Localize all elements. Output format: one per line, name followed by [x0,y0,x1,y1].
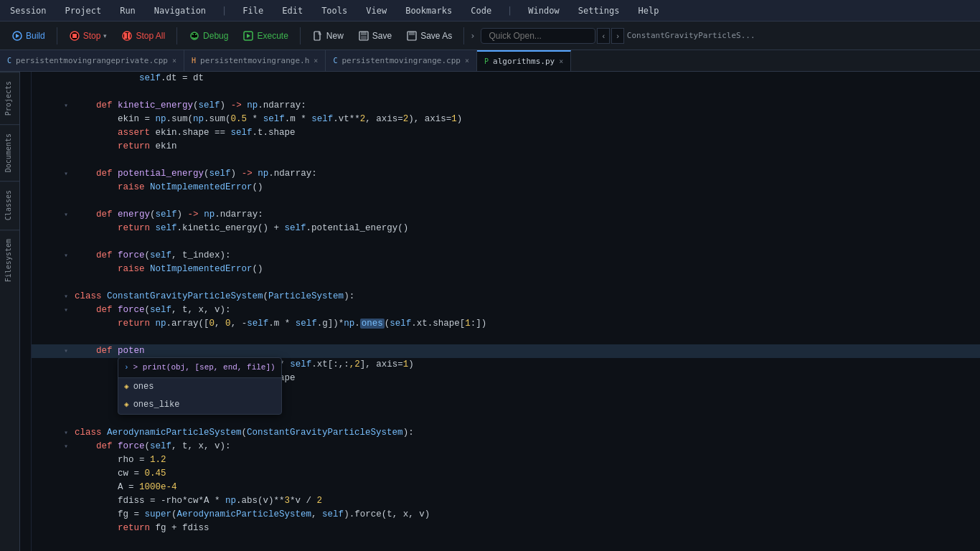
code-line: ▾ def kinetic_energy(self) -> np.ndarray… [32,99,980,113]
more-actions-icon[interactable]: › [470,31,475,41]
menu-sep-1: | [222,6,227,16]
save-button[interactable]: Save [352,27,397,44]
autocomplete-item-0[interactable]: ◈ ones [118,378,281,396]
menu-help[interactable]: Help [636,4,662,17]
menu-bookmarks[interactable]: Bookmarks [402,4,455,17]
menu-settings[interactable]: Settings [575,4,623,17]
build-button[interactable]: Build [6,27,51,44]
side-tab-filesystem[interactable]: Filesystem [0,230,19,291]
code-line: self.dt = dt [32,72,980,85]
tab-close-0[interactable]: × [172,57,176,65]
svg-rect-17 [409,32,415,35]
menu-navigation[interactable]: Navigation [151,4,209,17]
menu-bar: Session Project Run Navigation | File Ed… [0,0,980,22]
debug-icon [189,30,200,42]
save-as-button[interactable]: Save As [400,27,458,44]
code-line: rho = 1.2 [32,453,980,467]
code-line: assert ekin.shape == self.t.shape [32,126,980,140]
stop-all-button[interactable]: Stop All [116,27,171,44]
tab-cpp-icon-2: C [333,57,337,65]
tab-3[interactable]: P algorithms.py × [477,50,571,71]
tab-0[interactable]: C persistentmovingrangeprivate.cpp × [0,50,184,71]
code-line [32,331,980,344]
tab-2[interactable]: C persistentmovingrange.cpp × [326,50,477,71]
tab-close-3[interactable]: × [559,57,563,65]
autocomplete-item-1[interactable]: ◈ ones_like [118,396,281,414]
code-line: raise NotImplementedError() [32,263,980,276]
code-line [32,194,980,208]
svg-marker-1 [16,34,19,38]
svg-rect-14 [361,32,367,35]
autocomplete-header: › > print(obj, [sep, end, file]) [118,358,281,378]
code-line: return self.kinetic_energy() + self.pote… [32,222,980,235]
stop-icon [69,30,80,42]
side-panel: Projects Documents Classes Filesystem [0,72,20,551]
stop-all-icon [121,30,133,42]
stop-button[interactable]: Stop ▾ [63,27,113,44]
svg-rect-15 [361,36,367,39]
ide-container: Session Project Run Navigation | File Ed… [0,0,980,551]
menu-tools[interactable]: Tools [319,4,350,17]
code-line: ekin = np.sum(np.sum(0.5 * self.m * self… [32,113,980,126]
code-line [32,154,980,167]
toolbar: Build Stop ▾ Stop All [0,22,980,50]
menu-window[interactable]: Window [525,4,562,17]
new-button[interactable]: New [306,27,349,44]
tab-py-icon-3: P [484,57,489,65]
toolbar-sep-1 [57,27,57,44]
breadcrumb: ConstantGravityParticleS... [627,31,974,40]
stop-dropdown-arrow[interactable]: ▾ [103,32,107,39]
code-line [32,85,980,99]
quick-open-input[interactable] [481,28,595,44]
menu-file[interactable]: File [240,4,266,17]
nav-forward-button[interactable]: › [611,28,624,44]
build-icon [11,30,23,42]
svg-rect-5 [124,33,127,39]
svg-point-9 [195,34,197,35]
code-line: ▾ def force(self, t_index): [32,249,980,263]
menu-project[interactable]: Project [62,4,105,17]
code-line: cw = 0.45 [32,467,980,481]
menu-run[interactable]: Run [117,4,138,17]
autocomplete-icon-1: ◈ [124,398,129,412]
save-as-icon [406,30,418,42]
menu-edit[interactable]: Edit [279,4,306,17]
side-tab-classes[interactable]: Classes [0,181,19,229]
menu-code[interactable]: Code [468,4,494,17]
code-content[interactable]: self.dt = dt ▾ def kinetic_energy(self) … [32,72,980,551]
code-line: ▾ def potential_energy(self) -> np.ndarr… [32,167,980,181]
editor-area[interactable]: self.dt = dt ▾ def kinetic_energy(self) … [32,72,980,551]
code-line: return np.array([0, 0, -self.m * self.g]… [32,317,980,331]
code-line: ▾ def force(self, t, x, v): [32,303,980,317]
nav-back-button[interactable]: ‹ [597,28,610,44]
code-line: ▾ def energy(self) -> np.ndarray: [32,208,980,222]
debug-button[interactable]: Debug [183,27,234,44]
menu-session[interactable]: Session [7,4,50,17]
toolbar-sep-4 [463,27,464,44]
side-tab-documents[interactable]: Documents [0,124,19,181]
new-icon [312,30,324,42]
code-line [32,235,980,249]
autocomplete-icon-0: ◈ [124,380,129,394]
code-line: A = 1000e-4 [32,481,980,494]
svg-point-8 [192,34,194,35]
code-line: ▾ def force(self, t, x, v): [32,440,980,453]
nav-arrows: ‹ › [478,28,623,44]
menu-sep-2: | [507,6,512,16]
code-line: ▾ class ConstantGravityParticleSystem(Pa… [32,290,980,303]
code-line [32,535,980,549]
code-line: fg = super(AerodynamicParticleSystem, se… [32,508,980,522]
execute-button[interactable]: Execute [237,27,293,44]
tab-close-1[interactable]: × [314,57,318,65]
code-line: raise NotImplementedError() [32,181,980,194]
tab-close-2[interactable]: × [465,57,469,65]
svg-marker-11 [247,34,250,38]
code-line: fdiss = -rho*cw*A * np.abs(v)**3*v / 2 [32,494,980,508]
execute-icon [242,30,254,42]
main-area: Projects Documents Classes Filesystem se… [0,72,980,551]
menu-view[interactable]: View [363,4,390,17]
tab-1[interactable]: H persistentmovingrange.h × [184,50,326,71]
side-tab-projects[interactable]: Projects [0,72,19,124]
autocomplete-popup[interactable]: › > print(obj, [sep, end, file]) ◈ ones … [118,357,282,415]
tab-h-icon-1: H [192,57,196,65]
